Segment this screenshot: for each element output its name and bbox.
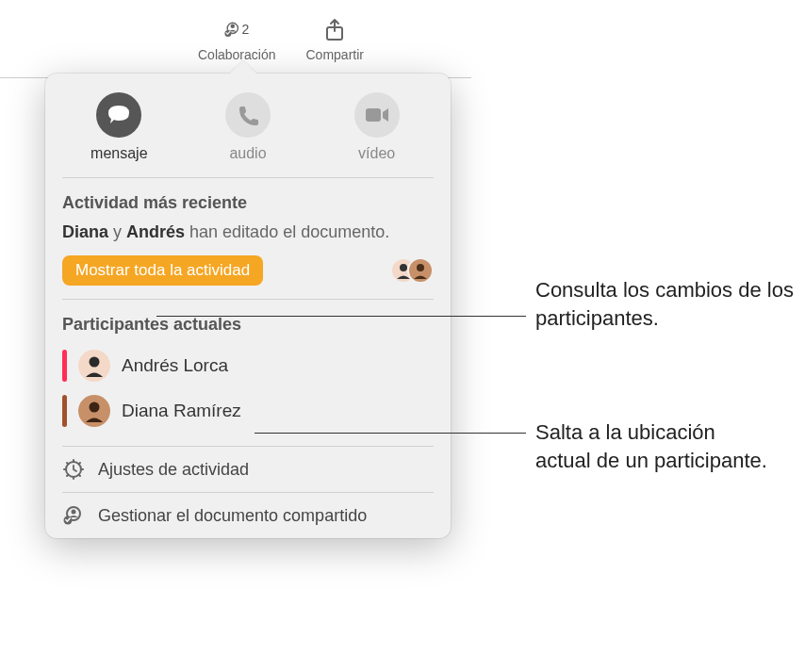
gear-clock-icon: [62, 458, 85, 481]
action-row: mensaje audio vídeo: [45, 74, 451, 177]
avatar: [78, 350, 110, 382]
svg-point-12: [72, 510, 76, 515]
activity-text: Diana y Andrés han editado el documento.: [62, 222, 434, 242]
participant-row[interactable]: Diana Ramírez: [62, 389, 434, 433]
svg-text:2: 2: [242, 22, 250, 37]
phone-icon: [225, 92, 271, 138]
avatar-stack: [390, 257, 434, 284]
message-button[interactable]: mensaje: [55, 92, 184, 162]
mini-avatar: [407, 257, 434, 284]
svg-point-6: [400, 264, 407, 271]
participant-name: Andrés Lorca: [122, 355, 228, 376]
show-all-activity-button[interactable]: Mostrar toda la actividad: [62, 255, 263, 286]
collaboration-icon: 2: [223, 17, 250, 43]
svg-point-9: [90, 402, 100, 413]
recent-activity-title: Actividad más reciente: [62, 193, 434, 213]
participant-color-indicator: [62, 350, 67, 382]
svg-point-8: [90, 357, 100, 368]
message-icon: [96, 92, 141, 138]
activity-row: Mostrar toda la actividad: [62, 255, 434, 286]
audio-button[interactable]: audio: [184, 92, 313, 162]
svg-point-1: [231, 25, 235, 28]
activity-settings-row[interactable]: Ajustes de actividad: [45, 447, 451, 492]
participants-section: Participantes actuales Andrés Lorca Dian…: [45, 300, 451, 446]
participant-name: Diana Ramírez: [122, 401, 241, 421]
callout-line: [255, 433, 526, 434]
collaboration-label: Colaboración: [198, 47, 276, 62]
share-toolbar-item[interactable]: Compartir: [306, 17, 364, 62]
callout-changes: Consulta los cambios de los participante…: [535, 276, 799, 332]
svg-point-7: [417, 264, 424, 271]
activity-settings-label: Ajustes de actividad: [98, 460, 249, 480]
callout-line: [156, 316, 526, 317]
message-label: mensaje: [90, 145, 147, 162]
activity-conjunction: y: [108, 222, 126, 241]
manage-shared-label: Gestionar el documento compartido: [98, 506, 367, 526]
audio-label: audio: [229, 145, 266, 162]
callout-jump: Salta a la ubicación actual de un partic…: [535, 418, 771, 474]
participants-title: Participantes actuales: [62, 315, 434, 335]
participant-list: Andrés Lorca Diana Ramírez: [62, 344, 434, 433]
share-icon: [321, 17, 348, 43]
video-label: vídeo: [358, 145, 395, 162]
video-icon: [354, 92, 400, 138]
share-label: Compartir: [306, 47, 364, 62]
video-button[interactable]: vídeo: [312, 92, 441, 162]
activity-editor-2: Andrés: [126, 222, 185, 241]
recent-activity-section: Actividad más reciente Diana y Andrés ha…: [45, 178, 451, 299]
activity-suffix: han editado el documento.: [185, 222, 389, 241]
collaboration-popover: mensaje audio vídeo Actividad más recien…: [45, 74, 451, 538]
svg-rect-5: [366, 108, 381, 122]
manage-shared-row[interactable]: Gestionar el documento compartido: [45, 493, 451, 538]
collaboration-toolbar-item[interactable]: 2 Colaboración: [198, 17, 276, 62]
participant-row[interactable]: Andrés Lorca: [62, 344, 434, 387]
collaboration-manage-icon: [62, 504, 85, 527]
participant-color-indicator: [62, 395, 67, 427]
avatar: [78, 395, 110, 427]
toolbar: 2 Colaboración Compartir: [198, 0, 364, 62]
activity-editor-1: Diana: [62, 222, 108, 241]
